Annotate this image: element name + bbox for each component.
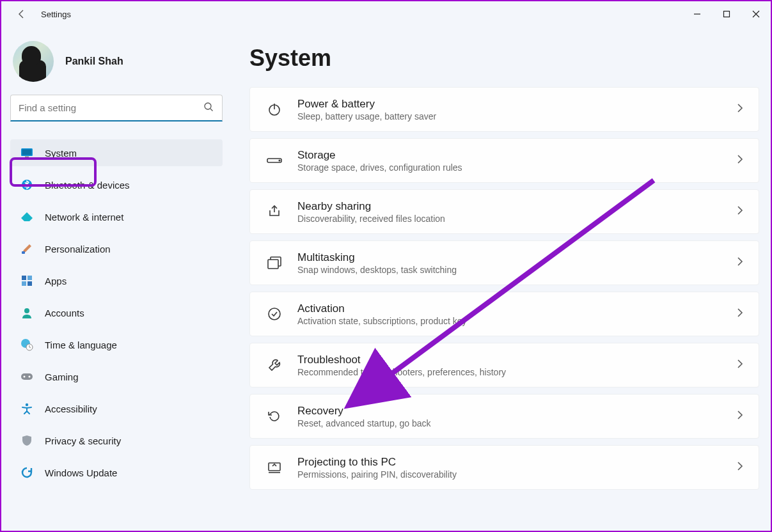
checkmark-circle-icon (265, 305, 283, 323)
settings-card-projecting[interactable]: Projecting to this PC Permissions, pairi… (249, 445, 759, 490)
sidebar-item-label: Network & internet (45, 212, 123, 223)
svg-point-12 (24, 308, 29, 313)
card-title: Nearby sharing (297, 200, 736, 213)
sidebar-item-system[interactable]: System (10, 139, 223, 166)
person-icon (20, 306, 33, 319)
apps-icon (20, 274, 33, 287)
card-subtitle: Recommended troubleshooters, preferences… (297, 367, 736, 377)
power-icon (265, 100, 283, 118)
profile-name: Pankil Shah (65, 56, 123, 67)
card-subtitle: Storage space, drives, configuration rul… (297, 162, 736, 173)
card-subtitle: Reset, advanced startup, go back (297, 418, 736, 428)
settings-card-power[interactable]: Power & battery Sleep, battery usage, ba… (249, 87, 759, 132)
monitor-icon (20, 146, 33, 159)
svg-point-17 (29, 376, 31, 378)
sidebar-item-label: Privacy & security (45, 435, 121, 446)
sidebar-item-bluetooth[interactable]: Bluetooth & devices (10, 171, 223, 198)
profile-section[interactable]: Pankil Shah (10, 38, 223, 95)
sidebar-item-accessibility[interactable]: Accessibility (10, 395, 223, 422)
sidebar-item-update[interactable]: Windows Update (10, 459, 223, 486)
page-title: System (249, 45, 759, 72)
settings-card-troubleshoot[interactable]: Troubleshoot Recommended troubleshooters… (249, 343, 759, 387)
update-icon (20, 466, 33, 479)
close-button[interactable] (741, 1, 771, 27)
chevron-right-icon (736, 257, 744, 269)
svg-point-25 (269, 308, 280, 320)
storage-icon (265, 152, 283, 169)
nav-list: System Bluetooth & devices Network & int… (10, 139, 223, 491)
svg-point-22 (279, 160, 280, 161)
svg-point-16 (24, 376, 26, 378)
window-title: Settings (41, 10, 71, 19)
settings-card-recovery[interactable]: Recovery Reset, advanced startup, go bac… (249, 394, 759, 439)
chevron-right-icon (736, 308, 744, 320)
card-title: Recovery (297, 405, 736, 418)
bluetooth-icon (20, 178, 33, 191)
svg-rect-1 (724, 12, 730, 17)
back-button[interactable] (12, 4, 32, 24)
sidebar-item-apps[interactable]: Apps (10, 267, 223, 294)
project-icon (265, 458, 283, 476)
chevron-right-icon (736, 462, 744, 473)
gamepad-icon (20, 370, 33, 383)
card-title: Activation (297, 302, 736, 315)
recovery-icon (265, 407, 283, 425)
sidebar-item-label: Accessibility (45, 403, 97, 414)
card-title: Multitasking (297, 251, 736, 264)
svg-rect-8 (22, 276, 26, 280)
sidebar-item-label: Time & language (45, 340, 117, 350)
settings-card-multitasking[interactable]: Multitasking Snap windows, desktops, tas… (249, 240, 759, 285)
svg-rect-15 (21, 373, 33, 380)
sidebar-item-accounts[interactable]: Accounts (10, 299, 223, 326)
chevron-right-icon (736, 411, 744, 422)
card-title: Projecting to this PC (297, 456, 736, 469)
wrench-icon (265, 356, 283, 374)
settings-card-storage[interactable]: Storage Storage space, drives, configura… (249, 138, 759, 183)
svg-rect-4 (22, 150, 32, 155)
settings-card-nearby[interactable]: Nearby sharing Discoverability, received… (249, 189, 759, 234)
close-icon (752, 10, 760, 18)
sidebar-item-time[interactable]: Time & language (10, 331, 223, 358)
chevron-right-icon (736, 155, 744, 166)
card-title: Troubleshoot (297, 354, 736, 366)
sidebar-item-label: System (45, 148, 77, 159)
shield-icon (20, 434, 33, 447)
titlebar: Settings (1, 1, 771, 27)
card-subtitle: Permissions, pairing PIN, discoverabilit… (297, 469, 736, 480)
globe-clock-icon (20, 338, 33, 351)
maximize-button[interactable] (712, 1, 741, 27)
settings-card-activation[interactable]: Activation Activation state, subscriptio… (249, 292, 759, 336)
share-icon (265, 203, 283, 221)
arrow-left-icon (17, 9, 27, 19)
sidebar-item-privacy[interactable]: Privacy & security (10, 427, 223, 454)
svg-rect-11 (28, 281, 32, 286)
card-title: Power & battery (297, 98, 736, 111)
sidebar-item-label: Bluetooth & devices (45, 180, 130, 191)
card-subtitle: Discoverability, received files location (297, 214, 736, 224)
sidebar-item-personalization[interactable]: Personalization (10, 235, 223, 262)
sidebar-item-label: Windows Update (45, 467, 117, 478)
settings-list: Power & battery Sleep, battery usage, ba… (249, 87, 759, 490)
card-subtitle: Snap windows, desktops, task switching (297, 265, 736, 275)
card-title: Storage (297, 149, 736, 162)
svg-rect-24 (268, 260, 278, 269)
card-subtitle: Sleep, battery usage, battery saver (297, 111, 736, 121)
svg-rect-9 (28, 276, 32, 280)
search-input[interactable] (10, 95, 223, 121)
sidebar-item-gaming[interactable]: Gaming (10, 363, 223, 390)
sidebar-item-network[interactable]: Network & internet (10, 203, 223, 230)
svg-point-2 (205, 103, 211, 109)
minimize-icon (693, 10, 701, 18)
card-subtitle: Activation state, subscriptions, product… (297, 316, 736, 326)
windows-icon (265, 254, 283, 272)
svg-rect-7 (22, 251, 25, 254)
wifi-icon (20, 210, 33, 223)
maximize-icon (723, 10, 730, 18)
content-area: System Power & battery Sleep, battery us… (232, 27, 771, 531)
avatar (13, 41, 54, 82)
minimize-button[interactable] (682, 1, 712, 27)
chevron-right-icon (736, 359, 744, 371)
sidebar-item-label: Accounts (45, 308, 84, 318)
sidebar-item-label: Gaming (45, 372, 79, 382)
accessibility-icon (20, 402, 33, 415)
